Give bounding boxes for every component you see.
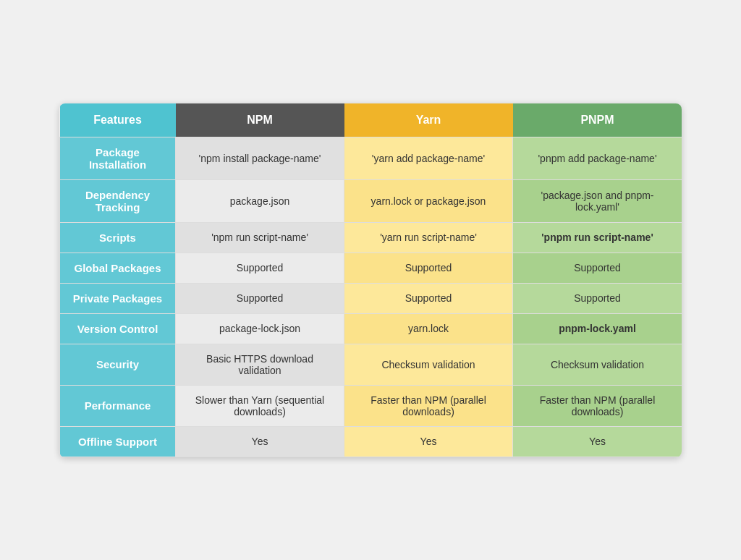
npm-cell: Slower than Yarn (sequential downloads) [176,385,344,426]
table-row: SecurityBasic HTTPS download validationC… [60,344,682,385]
pnpm-cell: Checksum validation [513,344,682,385]
pnpm-cell: Supported [513,283,682,313]
pnpm-cell: 'pnpm run script-name' [513,222,682,253]
header-npm: NPM [176,103,344,137]
table-row: Version Controlpackage-lock.jsonyarn.loc… [60,313,682,344]
npm-cell: package-lock.json [176,313,344,344]
feature-cell: Global Packages [60,253,176,283]
pnpm-cell: Supported [513,253,682,283]
yarn-cell: yarn.lock or package.json [344,179,513,222]
yarn-cell: yarn.lock [344,313,513,344]
feature-cell: Offline Support [60,426,176,457]
npm-cell: Basic HTTPS download validation [176,344,344,385]
pnpm-cell: Faster than NPM (parallel downloads) [513,385,682,426]
table-row: Dependency Trackingpackage.jsonyarn.lock… [60,179,682,222]
yarn-cell: Supported [344,283,513,313]
pnpm-cell: Yes [513,426,682,457]
feature-cell: Private Packages [60,283,176,313]
pnpm-cell: pnpm-lock.yaml [513,313,682,344]
feature-cell: Security [60,344,176,385]
pnpm-cell: 'pnpm add package-name' [513,137,682,179]
npm-cell: Yes [176,426,344,457]
npm-cell: Supported [176,253,344,283]
feature-cell: Package Installation [60,137,176,179]
npm-cell: 'npm install package-name' [176,137,344,179]
npm-cell: Supported [176,283,344,313]
table-row: Offline SupportYesYesYes [60,426,682,457]
yarn-cell: Checksum validation [344,344,513,385]
table-row: PerformanceSlower than Yarn (sequential … [60,385,682,426]
yarn-cell: 'yarn add package-name' [344,137,513,179]
feature-cell: Version Control [60,313,176,344]
header-features: Features [60,103,176,137]
table-row: Private PackagesSupportedSupportedSuppor… [60,283,682,313]
feature-cell: Scripts [60,222,176,253]
feature-cell: Performance [60,385,176,426]
yarn-cell: Faster than NPM (parallel downloads) [344,385,513,426]
table-row: Package Installation'npm install package… [60,137,682,179]
pnpm-cell: 'package.json and pnpm-lock.yaml' [513,179,682,222]
yarn-cell: 'yarn run script-name' [344,222,513,253]
table-row: Global PackagesSupportedSupportedSupport… [60,253,682,283]
table-row: Scripts'npm run script-name''yarn run sc… [60,222,682,253]
header-pnpm: PNPM [513,103,682,137]
comparison-table: Features NPM Yarn PNPM Package Installat… [59,103,682,457]
npm-cell: package.json [176,179,344,222]
yarn-cell: Supported [344,253,513,283]
npm-cell: 'npm run script-name' [176,222,344,253]
feature-cell: Dependency Tracking [60,179,176,222]
header-yarn: Yarn [344,103,513,137]
yarn-cell: Yes [344,426,513,457]
